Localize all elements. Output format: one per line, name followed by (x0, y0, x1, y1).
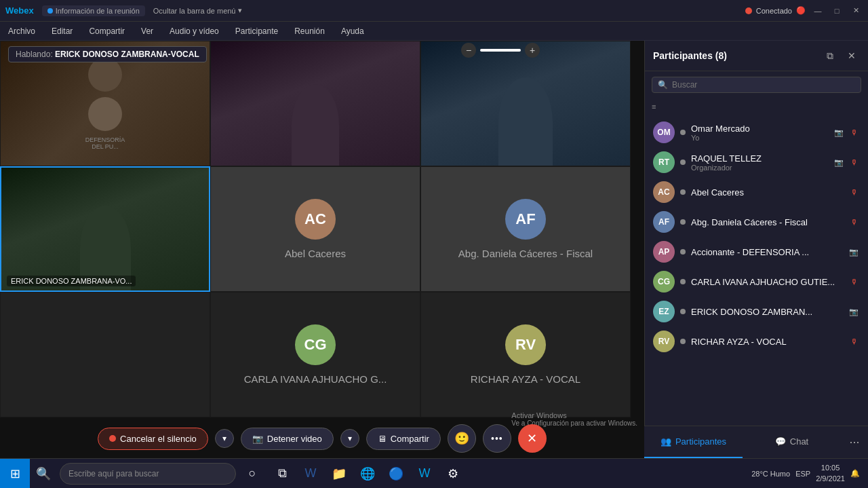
accionante-name: Accionante - DEFENSORIA ... (691, 247, 842, 257)
menu-ayuda[interactable]: Ayuda (338, 25, 367, 37)
abel-icons: 🎙 (848, 186, 860, 198)
participant-richar[interactable]: RV RICHAR AYZA - VOCAL 🎙 (645, 326, 868, 356)
speaking-name: ERICK DONOSO ZAMBRANA-VOCAL (55, 50, 199, 59)
webex-taskbar-icon[interactable]: W (411, 460, 438, 487)
zoom-slider[interactable] (480, 49, 521, 52)
richar-icons: 🎙 (848, 335, 860, 348)
taskbar-app-icons: ⧉ W 📁 🌐 🔵 W ⚙ (269, 460, 467, 487)
silence-chevron[interactable]: ▾ (215, 429, 234, 448)
participant-omar[interactable]: OM Omar Mercado Yo 📷 🎙 (645, 117, 868, 147)
minimize-btn[interactable]: — (811, 4, 825, 18)
share-label: Compartir (391, 434, 429, 444)
time-text: 10:05 (816, 463, 845, 473)
zoom-out-btn[interactable]: − (461, 43, 476, 58)
erick-icons: 📷 (848, 305, 860, 318)
menu-archivo[interactable]: Archivo (5, 25, 38, 37)
tab-chat[interactable]: 💬 Chat (743, 426, 841, 458)
emoji-btn[interactable]: 🙂 (448, 424, 476, 453)
maximize-btn[interactable]: □ (830, 4, 844, 18)
raquel-status (680, 159, 686, 165)
accionante-info: Accionante - DEFENSORIA ... (691, 247, 842, 257)
title-bar-right: Conectado 🔴 — □ ✕ (745, 4, 863, 18)
participant-daniela[interactable]: AF Abg. Daniela Cáceres - Fiscal 🎙 (645, 207, 868, 237)
panel-title: Participantes (8) (653, 50, 727, 61)
stop-video-btn[interactable]: 📷 Detener video (241, 428, 334, 450)
panel-popout-btn[interactable]: ⧉ (822, 48, 838, 64)
settings-icon[interactable]: ⚙ (439, 460, 467, 487)
start-btn[interactable]: ⊞ (0, 459, 30, 489)
participant-carla[interactable]: CG CARLA IVANA AJHUACHO GUTIE... 🎙 (645, 267, 868, 297)
participant-raquel[interactable]: RT RAQUEL TELLEZ Organizador 📷 🎙 (645, 147, 868, 177)
panel-close-btn[interactable]: ✕ (844, 48, 860, 64)
video-cell-erick: ERICK DONOSO ZAMBRANA-VO... (0, 166, 210, 292)
search-input[interactable] (672, 80, 855, 90)
sort-btn[interactable]: ≡ (645, 98, 868, 113)
raquel-video-icon: 📷 (833, 156, 845, 168)
menu-participante[interactable]: Participante (233, 25, 281, 37)
speaking-banner: Hablando: ERICK DONOSO ZAMBRANA-VOCAL (8, 46, 207, 62)
daniela-label: Abg. Daniela Cáceres - Fiscal (458, 248, 593, 259)
end-call-btn[interactable]: ✕ (518, 424, 547, 453)
participant-erick[interactable]: EZ ERICK DONOSO ZAMBRAN... 📷 (645, 297, 868, 326)
menu-editar[interactable]: Editar (49, 25, 75, 37)
erick-status (680, 309, 686, 314)
menu-ver[interactable]: Ver (138, 25, 156, 37)
zoom-controls: − + (461, 43, 540, 58)
files-icon[interactable]: 📁 (326, 460, 353, 487)
search-box[interactable]: 🔍 (652, 77, 861, 93)
more-btn[interactable]: ••• (483, 424, 511, 453)
abel-p-avatar: AC (653, 181, 675, 203)
video-chevron[interactable]: ▾ (340, 429, 359, 448)
webex-logo-text: Webex (5, 5, 34, 16)
meeting-info-btn[interactable]: Información de la reunión (42, 5, 145, 16)
abel-avatar: AC (295, 199, 336, 240)
erick-p-name: ERICK DONOSO ZAMBRAN... (691, 307, 842, 317)
video-cell-daniela: AF Abg. Daniela Cáceres - Fiscal (420, 166, 631, 292)
taskbar-search-icon: 🔍 (30, 460, 57, 487)
connected-label: Conectado (756, 7, 792, 15)
taskbar-search[interactable]: Escribe aquí para buscar (60, 463, 236, 485)
daniela-mute-icon: 🎙 (848, 216, 860, 228)
abel-status (680, 189, 686, 195)
taskbar-search-text: Escribe aquí para buscar (68, 469, 159, 478)
richar-p-info: RICHAR AYZA - VOCAL (691, 337, 842, 347)
cancel-silence-label: Cancelar el silencio (120, 434, 197, 444)
daniela-icons: 🎙 (848, 216, 860, 228)
abel-mute-icon: 🎙 (848, 186, 860, 198)
menu-audio-video[interactable]: Audio y vídeo (167, 25, 222, 37)
erick-p-avatar: EZ (653, 301, 675, 322)
participant-abel[interactable]: AC Abel Caceres 🎙 (645, 177, 868, 207)
cortana-btn[interactable]: ○ (239, 460, 266, 487)
bottom-more-btn[interactable]: ··· (841, 435, 868, 449)
notification-icon[interactable]: 🔔 (850, 469, 860, 478)
participants-tab-icon: 👥 (660, 436, 671, 447)
bottom-panel-tabs: 👥 Participantes 💬 Chat ··· (644, 426, 868, 458)
date-text: 2/9/2021 (816, 474, 845, 484)
menu-compartir[interactable]: Compartir (86, 25, 127, 37)
accionante-avatar: AP (653, 241, 675, 263)
cancel-silence-btn[interactable]: Cancelar el silencio (98, 428, 208, 450)
raquel-mute-icon: 🎙 (848, 156, 860, 168)
tab-participants[interactable]: 👥 Participantes (644, 426, 743, 458)
carla-status (680, 279, 686, 284)
chrome-icon[interactable]: 🔵 (382, 460, 410, 487)
video-cell-richar: RV RICHAR AYZA - VOCAL (420, 292, 631, 417)
daniela-p-info: Abg. Daniela Cáceres - Fiscal (691, 217, 842, 227)
word-icon[interactable]: W (297, 460, 324, 487)
richar-mute-icon: 🎙 (848, 335, 860, 348)
edge-icon[interactable]: 🌐 (354, 460, 381, 487)
menu-reunion[interactable]: Reunión (292, 25, 328, 37)
hide-menu-btn[interactable]: Ocultar la barra de menú ▾ (153, 6, 243, 15)
search-icon: 🔍 (658, 80, 668, 90)
participants-tab-label: Participantes (675, 436, 726, 447)
emoji-icon: 🙂 (454, 431, 469, 446)
zoom-in-btn[interactable]: + (525, 43, 540, 58)
omar-name: Omar Mercado (691, 124, 827, 134)
close-btn[interactable]: ✕ (849, 4, 863, 18)
share-btn[interactable]: 🖥 Compartir (366, 428, 441, 450)
carla-mute-icon: 🎙 (848, 276, 860, 288)
taskview-btn[interactable]: ⧉ (269, 460, 296, 487)
raquel-role: Organizador (691, 164, 827, 172)
omar-avatar: OM (653, 121, 675, 143)
participant-accionante[interactable]: AP Accionante - DEFENSORIA ... 📷 (645, 237, 868, 267)
